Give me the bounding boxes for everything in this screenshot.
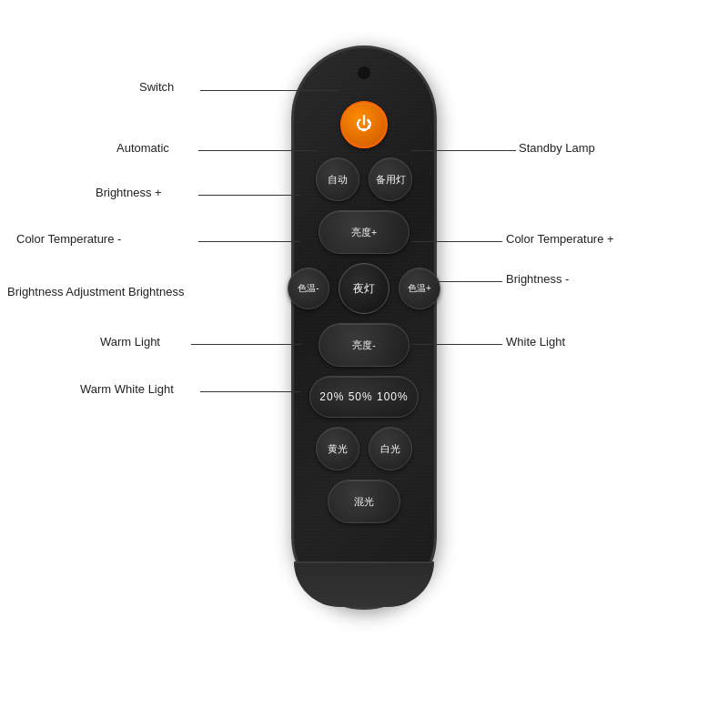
power-button[interactable]: ⏻ [340, 101, 388, 148]
remote-bottom [294, 561, 434, 607]
brightness-levels-button[interactable]: 20% 50% 100% [309, 376, 419, 418]
automatic-label: Automatic [116, 141, 169, 155]
color-temp-minus-line [198, 241, 300, 242]
ir-emitter [358, 66, 370, 79]
standby-button[interactable]: 备用灯 [369, 157, 412, 201]
color-temp-plus-label: Color Temperature + [506, 232, 614, 246]
color-temp-minus-button[interactable]: 色温- [288, 268, 329, 309]
brightness-adj-label: Brightness Adjustment Brightness [7, 285, 184, 298]
white-light-button[interactable]: 白光 [369, 427, 412, 470]
auto-button[interactable]: 自动 [316, 157, 359, 201]
warm-light-button[interactable]: 黄光 [316, 427, 359, 470]
auto-standby-row: 自动 备用灯 [316, 157, 412, 201]
brightness-plus-label: Brightness + [96, 186, 162, 199]
warm-light-line [191, 344, 300, 345]
power-icon: ⏻ [356, 115, 372, 135]
color-temp-plus-button[interactable]: 色温+ [399, 268, 440, 309]
brightness-minus-label: Brightness - [506, 272, 569, 286]
light-color-row: 黄光 白光 [316, 427, 412, 470]
warm-white-line [200, 391, 300, 392]
standby-lamp-label: Standby Lamp [519, 141, 595, 155]
page-container: ⏻ 自动 备用灯 亮度+ 色温- 夜灯 [0, 0, 728, 728]
brightness-plus-button[interactable]: 亮度+ [318, 210, 410, 254]
warm-light-label: Warm Light [100, 335, 160, 349]
brightness-minus-button[interactable]: 亮度- [318, 323, 410, 367]
color-temp-row: 色温- 夜灯 色温+ [288, 263, 440, 314]
white-light-label: White Light [506, 335, 565, 349]
remote-control: ⏻ 自动 备用灯 亮度+ 色温- 夜灯 [291, 46, 437, 610]
color-temp-minus-label: Color Temperature - [16, 232, 121, 246]
brightness-plus-line [198, 195, 300, 196]
switch-label: Switch [139, 80, 174, 94]
warm-white-button[interactable]: 混光 [328, 480, 400, 523]
warm-white-label: Warm White Light [80, 382, 174, 396]
night-light-button[interactable]: 夜灯 [339, 263, 389, 314]
